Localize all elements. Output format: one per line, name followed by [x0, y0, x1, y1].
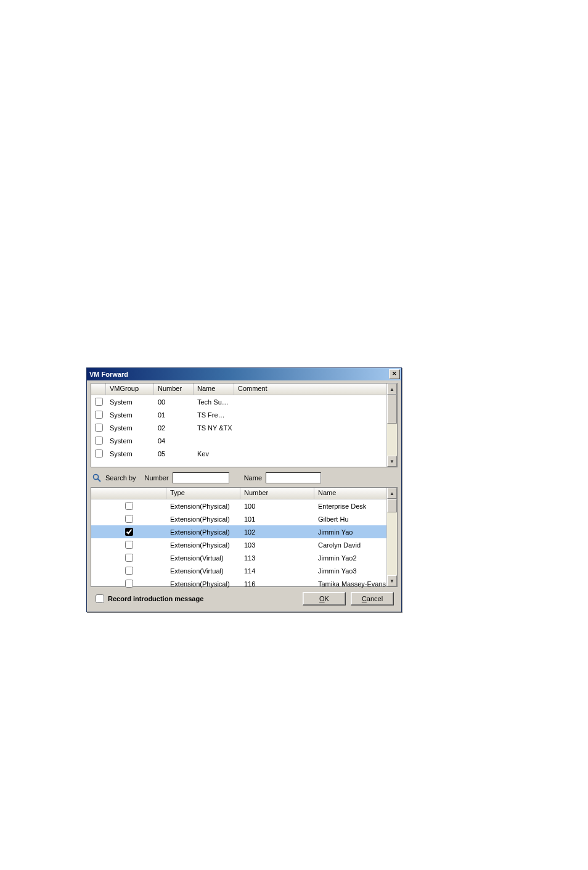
- vmgroup-row[interactable]: System02TS NY &TX: [91, 421, 387, 434]
- cell-number: 00: [154, 398, 194, 406]
- cell-number: 02: [154, 424, 194, 432]
- extension-row[interactable]: Extension(Physical)100Enterprise Desk: [91, 499, 387, 512]
- scroll-track[interactable]: [387, 395, 397, 456]
- search-name-input[interactable]: [266, 472, 321, 483]
- cell-name: Tamika Massey-Evans: [314, 580, 387, 588]
- cell-number: 116: [240, 580, 314, 588]
- svg-point-0: [94, 475, 99, 480]
- scroll-up-icon[interactable]: ▲: [387, 384, 397, 395]
- cell-type: Extension(Physical): [166, 580, 240, 588]
- vmgroup-row[interactable]: System05Kev: [91, 447, 387, 460]
- cell-vmgroup: System: [106, 424, 154, 432]
- extension-scrollbar[interactable]: ▲ ▼: [386, 488, 397, 586]
- search-name-label: Name: [244, 474, 262, 482]
- search-number-input[interactable]: [173, 472, 229, 483]
- cell-vmgroup: System: [106, 437, 154, 445]
- record-intro-checkbox[interactable]: [96, 594, 104, 603]
- cell-name: Carolyn David: [314, 541, 387, 549]
- extension-row[interactable]: Extension(Physical)102Jimmin Yao: [91, 525, 387, 538]
- cell-type: Extension(Virtual): [166, 567, 240, 575]
- extension-row[interactable]: Extension(Virtual)113Jimmin Yao2: [91, 551, 387, 564]
- col-header-checkbox[interactable]: [91, 384, 106, 395]
- svg-line-1: [98, 479, 101, 482]
- scroll-thumb[interactable]: [387, 395, 397, 424]
- row-checkbox[interactable]: [125, 502, 133, 510]
- cell-number: 05: [154, 450, 194, 458]
- row-checkbox[interactable]: [125, 515, 133, 523]
- col-header-name[interactable]: Name: [194, 384, 234, 395]
- search-bar: Search by Number Name: [91, 471, 398, 485]
- cell-number: 01: [154, 411, 194, 419]
- row-checkbox[interactable]: [95, 437, 103, 445]
- extension-row[interactable]: Extension(Virtual)114Jimmin Yao3: [91, 564, 387, 577]
- row-checkbox[interactable]: [125, 580, 133, 588]
- scroll-down-icon[interactable]: ▼: [387, 456, 397, 467]
- cell-number: 102: [240, 528, 314, 536]
- cell-vmgroup: System: [106, 411, 154, 419]
- window-title: VM Forward: [89, 371, 128, 378]
- vmgroup-scrollbar[interactable]: ▲ ▼: [386, 384, 397, 467]
- row-checkbox[interactable]: [125, 567, 133, 575]
- row-checkbox[interactable]: [125, 541, 133, 549]
- search-number-label: Number: [145, 474, 169, 482]
- vmgroup-row[interactable]: System01TS Fre…: [91, 408, 387, 421]
- col-header-ext-number[interactable]: Number: [240, 488, 314, 499]
- cell-name: TS NY &TX: [194, 424, 234, 432]
- row-checkbox[interactable]: [95, 449, 103, 458]
- cell-number: 04: [154, 437, 194, 445]
- close-button[interactable]: ✕: [389, 369, 400, 379]
- cell-name: Jimmin Yao: [314, 528, 387, 536]
- cell-vmgroup: System: [106, 398, 154, 406]
- row-checkbox[interactable]: [95, 411, 103, 419]
- title-bar: VM Forward ✕: [87, 368, 401, 380]
- cell-number: 100: [240, 503, 314, 510]
- cell-type: Extension(Physical): [166, 528, 240, 536]
- extension-list: Type Number Name Extension(Physical)100E…: [91, 487, 398, 587]
- extension-row[interactable]: Extension(Physical)116Tamika Massey-Evan…: [91, 577, 387, 590]
- cell-number: 114: [240, 567, 314, 575]
- close-icon: ✕: [392, 371, 397, 377]
- cell-name: Kev: [194, 450, 234, 458]
- col-header-number[interactable]: Number: [154, 384, 194, 395]
- vmgroup-list-header: VMGroup Number Name Comment: [91, 384, 397, 395]
- vm-forward-dialog: VM Forward ✕ VMGroup Number Name Comment…: [86, 367, 402, 612]
- scroll-up-icon[interactable]: ▲: [387, 488, 397, 499]
- cell-type: Extension(Physical): [166, 503, 240, 510]
- cell-name: Jimmin Yao2: [314, 554, 387, 562]
- extension-row[interactable]: Extension(Physical)101Gilbert Hu: [91, 512, 387, 525]
- cell-name: TS Fre…: [194, 411, 234, 419]
- cell-type: Extension(Virtual): [166, 554, 240, 562]
- record-intro-label: Record introduction message: [108, 595, 203, 602]
- cell-name: Enterprise Desk: [314, 503, 387, 510]
- cell-type: Extension(Physical): [166, 515, 240, 523]
- cell-number: 113: [240, 554, 314, 562]
- cell-vmgroup: System: [106, 450, 154, 458]
- cell-name: Jimmin Yao3: [314, 567, 387, 575]
- col-header-vmgroup[interactable]: VMGroup: [106, 384, 154, 395]
- cell-number: 103: [240, 541, 314, 549]
- col-header-ext-name[interactable]: Name: [314, 488, 387, 499]
- cell-name: Tech Su…: [194, 398, 234, 406]
- row-checkbox[interactable]: [125, 528, 133, 536]
- extension-row[interactable]: Extension(Physical)103Carolyn David: [91, 538, 387, 551]
- row-checkbox[interactable]: [95, 398, 103, 406]
- row-checkbox[interactable]: [95, 424, 103, 432]
- extension-list-header: Type Number Name: [91, 488, 397, 499]
- cell-name: Gilbert Hu: [314, 515, 387, 523]
- vmgroup-row[interactable]: System04: [91, 434, 387, 447]
- vmgroup-row[interactable]: System00Tech Su…: [91, 395, 387, 408]
- scroll-down-icon[interactable]: ▼: [387, 575, 397, 586]
- col-header-comment[interactable]: Comment: [234, 384, 387, 395]
- cell-number: 101: [240, 515, 314, 523]
- row-checkbox[interactable]: [125, 554, 133, 562]
- col-header-select[interactable]: [91, 488, 166, 499]
- cell-type: Extension(Physical): [166, 541, 240, 549]
- ok-button[interactable]: OK: [303, 592, 346, 605]
- col-header-type[interactable]: Type: [166, 488, 240, 499]
- scroll-track[interactable]: [387, 499, 397, 575]
- search-icon: [92, 473, 102, 483]
- cancel-button[interactable]: Cancel: [351, 592, 394, 605]
- vmgroup-list: VMGroup Number Name Comment System00Tech…: [91, 383, 398, 467]
- scroll-thumb[interactable]: [387, 499, 397, 512]
- search-label: Search by: [105, 474, 136, 482]
